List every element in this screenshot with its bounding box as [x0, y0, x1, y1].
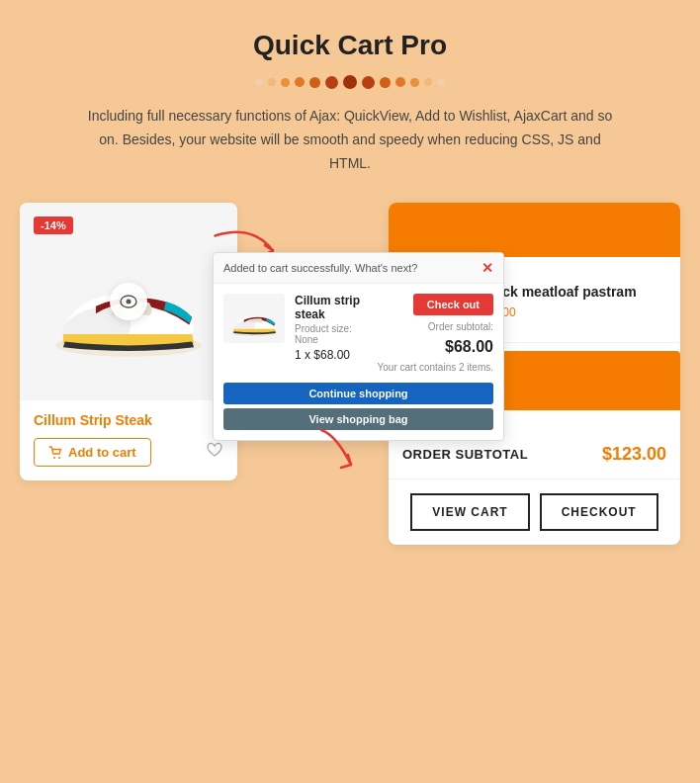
svg-point-4: [127, 300, 131, 304]
dot-13: [437, 78, 445, 86]
mini-cart-count: Your cart contains 2 items.: [378, 362, 493, 373]
continue-shopping-button[interactable]: Continue shopping: [223, 383, 493, 404]
add-to-cart-button[interactable]: Add to cart: [34, 438, 151, 467]
cart-subtotal-amount: $123.00: [602, 444, 666, 465]
header-description: Including full necessary functions of Aj…: [83, 105, 617, 175]
eye-icon: [120, 295, 137, 308]
product-card-name: Cillum Strip Steak: [34, 412, 223, 428]
quick-view-button[interactable]: [110, 283, 147, 320]
header: Quick Cart Pro Including full necessary …: [20, 30, 680, 175]
mini-cart-shoe-image: [227, 298, 282, 339]
view-cart-button[interactable]: VIEW CART: [410, 493, 529, 531]
dots-row: [20, 75, 680, 89]
heart-icon: [206, 442, 223, 458]
mini-order-subtotal-label: Order subtotal:: [428, 321, 493, 332]
mini-cart-product-meta: Product size: None: [295, 323, 368, 345]
cart-bottom-actions: VIEW CART CHECKOUT: [389, 479, 680, 545]
svg-point-6: [58, 457, 60, 459]
product-card: -14%: [20, 203, 237, 480]
checkout-button[interactable]: CHECKOUT: [540, 493, 658, 531]
curved-arrow-down: [302, 420, 381, 479]
dot-6: [325, 76, 338, 89]
dot-5: [309, 77, 320, 88]
mini-cart-product-info: Cillum strip steak Product size: None 1 …: [295, 294, 368, 373]
dot-10: [395, 77, 405, 87]
dot-11: [410, 78, 419, 87]
mini-cart-product-price: 1 x $68.00: [295, 348, 368, 362]
mini-checkout-button[interactable]: Check out: [413, 294, 493, 315]
mini-cart-product-name: Cillum strip steak: [295, 294, 368, 321]
dot-3: [281, 78, 290, 87]
wishlist-button[interactable]: [206, 442, 223, 463]
mini-cart-thumbnail: [223, 294, 285, 343]
card-actions: Add to cart: [34, 438, 223, 467]
arrow-to-cart: [302, 420, 381, 483]
page-title: Quick Cart Pro: [20, 30, 680, 61]
product-card-info: Cillum Strip Steak Add to cart: [20, 400, 237, 480]
discount-badge: -14%: [34, 217, 73, 234]
mini-cart-header-text: Added to cart successfully. What's next?: [223, 262, 417, 274]
mini-cart-popup: Added to cart successfully. What's next?…: [213, 252, 504, 441]
mini-order-amount: $68.00: [445, 338, 493, 356]
mini-cart-header: Added to cart successfully. What's next?…: [214, 253, 503, 284]
content-area: -14%: [20, 203, 680, 766]
dot-9: [380, 77, 391, 88]
dot-1: [255, 78, 263, 86]
dot-2: [268, 78, 276, 86]
dot-8: [362, 76, 375, 89]
mini-cart-body: Cillum strip steak Product size: None 1 …: [214, 284, 503, 383]
cart-icon: [48, 446, 62, 460]
svg-point-5: [53, 457, 55, 459]
dot-4: [295, 77, 305, 87]
cart-panel-banner: [389, 203, 680, 257]
cart-subtotal-label: ORDER SUBTOTAL: [402, 447, 528, 462]
dot-7: [343, 75, 357, 89]
add-to-cart-label: Add to cart: [68, 445, 136, 460]
mini-cart-close-button[interactable]: ✕: [481, 260, 493, 276]
dot-12: [424, 78, 432, 86]
mini-cart-side: Check out Order subtotal: $68.00 Your ca…: [378, 294, 493, 373]
